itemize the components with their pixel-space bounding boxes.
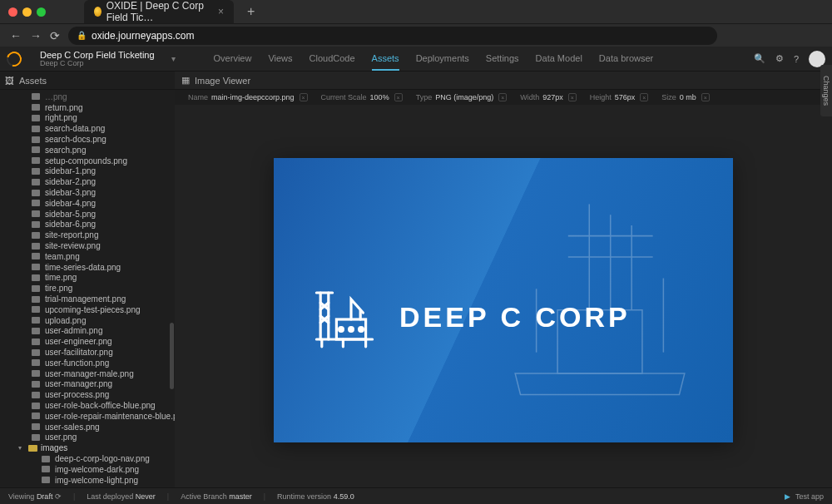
file-item[interactable]: user-facilitator.png: [0, 347, 175, 358]
file-item[interactable]: img-welcome-dark.png: [0, 464, 175, 475]
file-item[interactable]: upload.png: [0, 315, 175, 326]
file-icon: [42, 477, 50, 483]
close-tab-icon[interactable]: ×: [218, 6, 224, 17]
folder-item[interactable]: ▾images: [0, 442, 175, 453]
footer-branch-value[interactable]: master: [229, 492, 252, 501]
image-preview: DEEP C CORP: [274, 158, 733, 442]
tab-assets[interactable]: Assets: [372, 47, 399, 71]
file-item[interactable]: user-function.png: [0, 358, 175, 368]
file-item[interactable]: team.png: [0, 251, 175, 262]
tab-data-browser[interactable]: Data browser: [599, 47, 653, 71]
file-icon: [32, 317, 40, 324]
clear-icon[interactable]: ×: [568, 93, 577, 101]
file-item[interactable]: trial-management.png: [0, 294, 175, 304]
play-icon: ▶: [785, 492, 790, 501]
file-item[interactable]: user.png: [0, 432, 175, 443]
footer-viewing-value[interactable]: Draft: [37, 492, 53, 501]
project-switcher[interactable]: Deep C Corp Field Ticketing Deep C Corp: [40, 50, 155, 68]
file-icon: [32, 349, 40, 356]
file-item[interactable]: user-engineer.png: [0, 336, 175, 347]
file-item[interactable]: user-role-back-office-blue.png: [0, 400, 175, 411]
svg-point-22: [349, 328, 354, 332]
file-item[interactable]: return.png: [0, 102, 175, 113]
file-item[interactable]: sidebar-5.png: [0, 209, 175, 220]
file-item[interactable]: site-review.png: [0, 240, 175, 251]
file-item[interactable]: user-admin.png: [0, 326, 175, 337]
file-item[interactable]: …png: [0, 91, 175, 102]
file-item[interactable]: time.png: [0, 273, 175, 284]
favicon-icon: [94, 7, 102, 17]
chevron-down-icon[interactable]: ▾: [171, 54, 176, 63]
file-item[interactable]: user-manager.png: [0, 379, 175, 390]
file-item[interactable]: deep-c-corp-logo-nav.png: [0, 453, 175, 464]
file-item[interactable]: search-data.png: [0, 123, 175, 134]
file-item[interactable]: search-docs.png: [0, 134, 175, 145]
file-name: user-admin.png: [45, 326, 102, 335]
file-item[interactable]: sidebar-1.png: [0, 166, 175, 177]
file-item[interactable]: user-sales.png: [0, 422, 175, 432]
file-icon: [32, 146, 40, 153]
window-titlebar: OXIDE | Deep C Corp Field Tic… × +: [0, 0, 832, 23]
sidebar-header: 🖼 Assets: [0, 72, 175, 90]
file-item[interactable]: sidebar-2.png: [0, 176, 175, 187]
file-item[interactable]: search.png: [0, 145, 175, 156]
file-item[interactable]: sidebar-6.png: [0, 220, 175, 230]
clear-icon[interactable]: ×: [394, 93, 403, 101]
clear-icon[interactable]: ×: [300, 93, 308, 101]
reload-button[interactable]: ⟳: [50, 29, 60, 42]
status-bar: Viewing Draft ⟳ | Last deployed Never | …: [0, 487, 832, 504]
file-item[interactable]: tire.png: [0, 283, 175, 294]
file-name: user-manager.png: [45, 379, 112, 388]
search-icon[interactable]: 🔍: [754, 53, 765, 64]
viewer-canvas[interactable]: DEEP C CORP: [175, 105, 832, 487]
app-logo-icon[interactable]: [4, 48, 25, 69]
scrollbar-thumb[interactable]: [170, 323, 174, 389]
file-icon: [32, 190, 40, 196]
tab-cloudcode[interactable]: CloudCode: [310, 47, 355, 71]
file-item[interactable]: img-welcome-light.png: [0, 475, 175, 486]
file-icon: [32, 370, 40, 377]
tab-views[interactable]: Views: [268, 47, 292, 71]
file-icon: [32, 136, 40, 143]
file-name: time-series-data.png: [45, 263, 121, 272]
file-name: user-engineer.png: [45, 337, 112, 346]
file-item[interactable]: right.png: [0, 113, 175, 124]
back-button[interactable]: ←: [10, 29, 22, 42]
file-item[interactable]: user-process.png: [0, 389, 175, 400]
clear-icon[interactable]: ×: [701, 93, 710, 101]
file-icon: [32, 359, 40, 366]
file-item[interactable]: setup-compounds.png: [0, 156, 175, 166]
window-maximize[interactable]: [37, 7, 46, 17]
window-close[interactable]: [8, 7, 17, 17]
test-app-button[interactable]: ▶ Test app: [785, 492, 824, 501]
file-item[interactable]: sidebar-4.png: [0, 198, 175, 209]
help-icon[interactable]: ?: [794, 54, 799, 64]
file-tree[interactable]: …pngreturn.pngright.pngsearch-data.pngse…: [0, 90, 175, 487]
address-bar[interactable]: 🔒 oxide.journeyapps.com: [68, 27, 717, 45]
tab-data-model[interactable]: Data Model: [536, 47, 582, 71]
browser-tab[interactable]: OXIDE | Deep C Corp Field Tic… ×: [84, 0, 234, 23]
tab-overview[interactable]: Overview: [214, 47, 252, 71]
tab-settings[interactable]: Settings: [486, 47, 519, 71]
file-icon: [42, 466, 50, 472]
file-item[interactable]: sidebar-3.png: [0, 187, 175, 198]
file-item[interactable]: user-role-repair-maintenance-blue.png: [0, 411, 175, 422]
tab-deployments[interactable]: Deployments: [416, 47, 469, 71]
file-item[interactable]: time-series-data.png: [0, 262, 175, 273]
file-icon: [32, 392, 40, 398]
file-item[interactable]: user-manager-male.png: [0, 368, 175, 379]
changes-panel-tab[interactable]: Changes: [820, 65, 832, 116]
clear-icon[interactable]: ×: [640, 93, 648, 101]
file-item[interactable]: upcoming-test-pieces.png: [0, 304, 175, 315]
new-tab-button[interactable]: +: [247, 4, 255, 19]
meta-type-value: PNG (image/png): [435, 93, 493, 101]
file-item[interactable]: site-report.png: [0, 230, 175, 240]
browser-toolbar: ← → ⟳ 🔒 oxide.journeyapps.com: [0, 23, 832, 47]
clear-icon[interactable]: ×: [498, 93, 507, 101]
forward-button[interactable]: →: [30, 29, 42, 42]
project-subtitle: Deep C Corp: [40, 60, 155, 68]
gear-icon[interactable]: ⚙: [775, 53, 784, 64]
window-minimize[interactable]: [22, 7, 32, 17]
file-name: user-facilitator.png: [45, 348, 113, 357]
file-icon: [32, 403, 40, 409]
